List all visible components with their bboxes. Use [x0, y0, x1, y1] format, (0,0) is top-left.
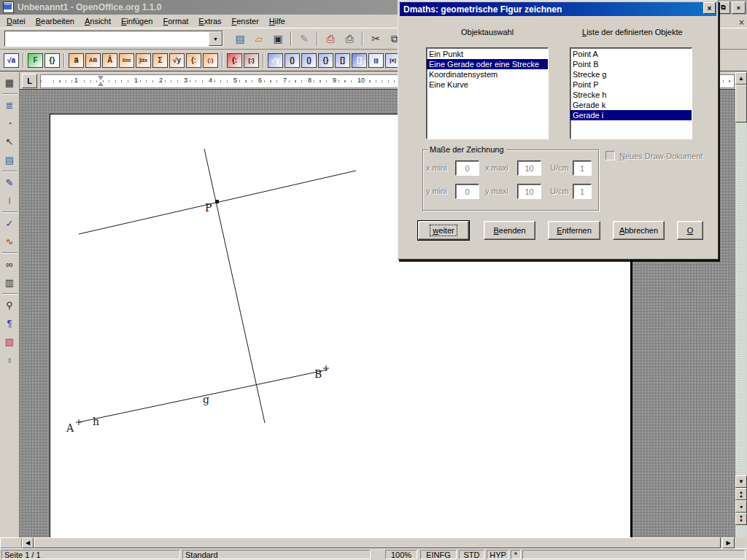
dm-parens-icon[interactable]: () [301, 53, 317, 68]
list-item-gerade-k[interactable]: Gerade k [570, 100, 692, 110]
scroll-up-button[interactable]: ▲ [735, 72, 747, 85]
list-item-eine-kurve[interactable]: Eine Kurve [427, 79, 548, 90]
menu-format[interactable]: Format [158, 15, 193, 27]
url-dropdown-icon[interactable]: ▼ [209, 31, 222, 46]
dm-brackets-blue-icon[interactable]: [] [352, 53, 367, 68]
dialog-close-icon[interactable]: × [703, 2, 716, 14]
dm-parens-small-icon[interactable]: () [285, 53, 300, 68]
weiter-button[interactable]: weiter [418, 221, 469, 240]
dialog-title-bar[interactable]: Dmaths: geometrische Figur zeichnen [400, 2, 716, 16]
next-page-button[interactable]: ▼▼ [735, 513, 747, 525]
dm-vector-icon[interactable]: a⃗ [69, 53, 84, 68]
new-draw-document-row: Neues Draw-Dokument [605, 151, 703, 160]
dm-hat-icon[interactable]: Â [102, 53, 117, 68]
insert-mode[interactable]: EINFG [420, 550, 457, 559]
insert-object-icon[interactable]: ◔ [1, 115, 18, 132]
dm-brackets-small-icon[interactable]: [] [335, 53, 350, 68]
main-toolbar: ▦≣◔↖▤✎I✓∿∞▥⚲¶▧♁ [0, 72, 20, 537]
dm-limit-icon[interactable]: lim [119, 53, 134, 68]
list-item-strecke-h[interactable]: Strecke h [570, 90, 692, 100]
insert-table-icon[interactable]: ▦ [1, 74, 18, 91]
page-style[interactable]: Standard [182, 550, 371, 559]
menu-einf-gen[interactable]: Einfügen [116, 15, 158, 27]
dm-braces-blue-icon[interactable]: {} [318, 53, 333, 68]
menu-extras[interactable]: Extras [193, 15, 226, 27]
dm-overline-icon[interactable]: A̅B̅ [85, 53, 101, 68]
horizontal-scrollbar-thumb[interactable] [34, 537, 721, 548]
zoom-level[interactable]: 100% [385, 550, 417, 559]
modified-flag[interactable]: * [511, 550, 521, 559]
dm-function-green-icon[interactable]: F [28, 53, 43, 68]
menu-ansicht[interactable]: Ansicht [80, 15, 116, 27]
scroll-down-button[interactable]: ▼ [735, 475, 747, 488]
scroll-left-button[interactable]: ◀ [22, 537, 34, 548]
direct-cursor-icon[interactable]: I [1, 192, 18, 209]
insert-icon[interactable]: ≣ [1, 97, 18, 114]
page-indicator[interactable]: Seite 1 / 1 [1, 550, 180, 559]
dm-root-blue-icon[interactable]: √y [268, 53, 283, 68]
abbrechen-button[interactable]: Abbrechen [613, 221, 665, 240]
object-listbox[interactable]: Ein PunktEine Gerade oder eine StreckeKo… [426, 47, 549, 139]
dm-brace-colon-icon[interactable]: {: [186, 53, 201, 68]
autospellcheck-icon[interactable]: ∿ [1, 233, 18, 250]
new-document-icon[interactable]: ▤ [231, 31, 249, 47]
autotext-icon[interactable]: ✎ [1, 174, 18, 191]
dm-integral-icon[interactable]: ∫dx [136, 53, 151, 68]
vertical-scrollbar-track[interactable] [735, 72, 747, 537]
online-layout-icon[interactable]: ♁ [1, 351, 18, 368]
menu-bearbeiten[interactable]: Bearbeiten [31, 15, 80, 27]
list-item-strecke-g[interactable]: Strecke g [570, 69, 692, 79]
scroll-right-button[interactable]: ▶ [722, 537, 735, 548]
print-file-direct-icon[interactable]: ⎙ [322, 31, 339, 47]
menu-datei[interactable]: Datei [1, 15, 31, 27]
beenden-button[interactable]: Beenden [484, 221, 535, 240]
dm-root-icon[interactable]: √y [169, 53, 185, 68]
dm-brace-colon-red-icon[interactable]: {: [227, 53, 242, 68]
list-item-gerade-i[interactable]: Gerade i [570, 110, 692, 120]
cut-icon[interactable]: ✂ [367, 31, 384, 47]
vertical-scrollbar-thumb[interactable] [735, 85, 747, 122]
url-input[interactable] [5, 31, 209, 46]
save-icon[interactable]: ▣ [269, 31, 287, 47]
open-icon[interactable]: ▱ [250, 31, 268, 47]
graphics-toggle-icon[interactable]: ▧ [1, 333, 18, 350]
formatting-marks-icon[interactable]: ¶ [1, 315, 18, 332]
selection-mode[interactable]: STD [459, 550, 484, 559]
selection-pointer-icon[interactable]: ↖ [1, 133, 18, 150]
menu-fenster[interactable]: Fenster [227, 15, 264, 27]
list-item-eine-gerade-oder-eine-strecke[interactable]: Eine Gerade oder eine Strecke [427, 59, 548, 69]
print-icon[interactable]: ⎙ [341, 31, 358, 47]
close-document-icon[interactable]: × [739, 18, 744, 28]
close-button[interactable]: × [732, 1, 746, 14]
indent-marker[interactable] [98, 76, 104, 86]
navigation-button[interactable]: ● [735, 500, 747, 513]
dm-sqrt-icon[interactable]: √a [4, 53, 19, 68]
insert-frame-icon[interactable]: ▤ [1, 152, 18, 168]
point-square-marker[interactable] [215, 200, 219, 203]
zoom-icon[interactable]: ⚲ [1, 297, 18, 314]
defined-objects-listbox[interactable]: Point APoint BStrecke gPoint PStrecke hG… [570, 47, 692, 139]
list-item-point-a[interactable]: Point A [570, 49, 692, 59]
circle-button[interactable]: O [677, 221, 703, 240]
menu-hilfe[interactable]: Hilfe [264, 15, 290, 27]
hyperlink-mode[interactable]: HYP [487, 550, 509, 559]
list-item-koordinatensystem[interactable]: Koordinatensystem [427, 69, 548, 79]
dm-sum-icon[interactable]: Σ [152, 53, 168, 68]
list-item-point-b[interactable]: Point B [570, 59, 692, 69]
dm-triple-bar-icon[interactable]: ||| [368, 53, 384, 68]
line-i[interactable] [204, 149, 265, 423]
dm-bracket-colon-dark-icon[interactable]: [:] [244, 53, 259, 68]
edit-file-icon[interactable]: ✎ [295, 31, 313, 47]
data-sources-icon[interactable]: ▥ [1, 274, 18, 291]
window-controls: ⧉ × [715, 1, 746, 14]
list-item-point-p[interactable]: Point P [570, 79, 692, 90]
previous-page-button[interactable]: ▲▲ [735, 488, 747, 500]
entfernen-button[interactable]: Entfernen [548, 221, 600, 240]
find-replace-icon[interactable]: ∞ [1, 256, 18, 273]
list-item-ein-punkt[interactable]: Ein Punkt [427, 49, 548, 59]
tab-type-selector[interactable]: L [22, 74, 37, 88]
horizontal-scrollbar[interactable]: ◀ ▶ [0, 537, 747, 548]
dm-paren-colon-icon[interactable]: (:) [203, 53, 218, 68]
dm-braces-green-icon[interactable]: {} [44, 53, 60, 68]
spellcheck-icon[interactable]: ✓ [1, 215, 18, 232]
